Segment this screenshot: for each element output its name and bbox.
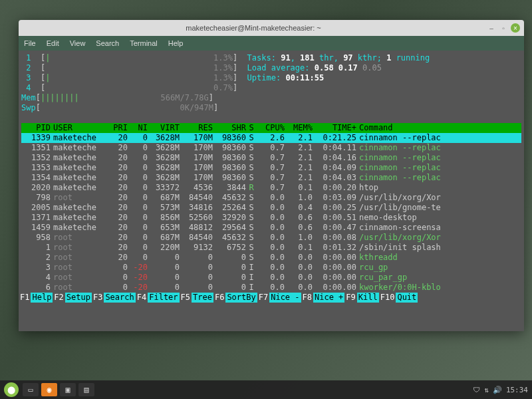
taskbar: ⬤ ▭ ◉ ▣ ▤ 🛡 ⇅ 🔊 15:34 (0, 380, 532, 399)
terminal-window: maketecheasier@Mint-maketecheasier: ~ – … (19, 20, 524, 331)
process-row[interactable]: 1root200220M91326752S0.00.10:01.32/sbin/… (21, 243, 521, 253)
process-row[interactable]: 1352maketeche2003628M170M98360S0.72.10:0… (21, 153, 521, 163)
cpu-meter-4: 4 [ 0.7%] (21, 83, 521, 93)
fkey-F10-label[interactable]: Quit (396, 293, 418, 303)
process-row[interactable]: 1459maketeche200653M4881229564S0.00.60:0… (21, 223, 521, 233)
menu-help[interactable]: Help (168, 39, 184, 47)
process-row[interactable]: 4root0-20000I0.00.00:00.00rcu_par_gp (21, 273, 521, 283)
process-row[interactable]: 958root200687M8454045632S0.01.00:00.08/u… (21, 233, 521, 243)
fkey-F7-label[interactable]: Nice - (269, 293, 301, 303)
fkey-F7: F7 (257, 293, 269, 303)
swp-meter: Swp[ 0K/947M] (21, 103, 521, 113)
process-row[interactable]: 2root200000S0.00.00:00.00kthreadd (21, 253, 521, 263)
shield-icon[interactable]: 🛡 (473, 386, 480, 394)
process-row[interactable]: 6root0-20000I0.00.00:00.00kworker/0:0H-k… (21, 283, 521, 293)
fkey-F3: F3 (92, 293, 104, 303)
cpu-meter-2: 2 [ 1.3%] Load average: 0.58 0.17 0.05 (21, 63, 521, 73)
volume-icon[interactable]: 🔊 (493, 386, 502, 394)
mem-meter: Mem[|||||||| 566M/7.78G] (21, 93, 521, 103)
start-menu-button[interactable]: ⬤ (4, 382, 19, 397)
fkey-F2-label[interactable]: Setup (65, 293, 92, 303)
process-row[interactable]: 1351maketeche2003628M170M98360S0.72.10:0… (21, 143, 521, 153)
terminal-content[interactable]: 1 [| 1.3%] Tasks: 91, 181 thr, 97 kthr; … (19, 51, 524, 331)
show-desktop-icon[interactable]: ▭ (23, 383, 39, 396)
menu-search[interactable]: Search (96, 39, 119, 47)
menu-terminal[interactable]: Terminal (130, 39, 158, 47)
fkey-F4: F4 (136, 293, 148, 303)
fkey-F6-label[interactable]: SortBy (225, 293, 257, 303)
fkey-F8-label[interactable]: Nice + (313, 293, 344, 303)
menu-view[interactable]: View (70, 39, 86, 47)
minimize-button[interactable]: – (487, 23, 496, 33)
fkey-F2: F2 (53, 293, 65, 303)
clock[interactable]: 15:34 (506, 386, 528, 394)
cpu-meter-1: 1 [| 1.3%] Tasks: 91, 181 thr, 97 kthr; … (21, 53, 521, 63)
cpu-meter-3: 3 [| 1.3%] Uptime: 00:11:55 (21, 73, 521, 83)
process-header[interactable]: PIDUSERPRINIVIRTRESSHRSCPU%MEM%TIME+Comm… (21, 123, 521, 133)
close-button[interactable]: × (511, 23, 520, 33)
system-tray: 🛡 ⇅ 🔊 15:34 (473, 386, 528, 394)
process-row[interactable]: 2020maketeche2003337245363844R0.70.10:00… (21, 183, 521, 193)
titlebar[interactable]: maketecheasier@Mint-maketecheasier: ~ – … (19, 20, 524, 36)
process-row[interactable]: 1354maketeche2003628M170M98360S0.72.10:0… (21, 173, 521, 183)
process-row[interactable]: 2005maketeche200573M3481625264S0.00.40:0… (21, 203, 521, 213)
fkey-F3-label[interactable]: Search (104, 293, 135, 303)
maximize-button[interactable]: ▫ (499, 23, 508, 33)
menu-edit[interactable]: Edit (47, 39, 59, 47)
fkey-F1: F1 (19, 293, 31, 303)
fkey-F8: F8 (301, 293, 313, 303)
fkey-F5-label[interactable]: Tree (192, 293, 213, 303)
firefox-icon[interactable]: ◉ (41, 383, 57, 396)
process-row[interactable]: 1371maketeche200856M5256032920S0.00.60:0… (21, 213, 521, 223)
fkey-F9: F9 (344, 293, 356, 303)
window-title: maketecheasier@Mint-maketecheasier: ~ (23, 24, 484, 32)
function-keys: F1HelpF2SetupF3SearchF4FilterF5TreeF6Sor… (19, 293, 524, 303)
menubar: FileEditViewSearchTerminalHelp (19, 36, 524, 51)
fkey-F10: F10 (379, 293, 396, 303)
mint-logo-icon: ⬤ (7, 386, 15, 394)
fkey-F9-label[interactable]: Kill (357, 293, 379, 303)
process-row[interactable]: 1339maketeche2003628M170M98360S2.62.10:2… (21, 133, 521, 143)
process-row[interactable]: 798root200687M8454045632S0.01.00:03.09/u… (21, 193, 521, 203)
process-row[interactable]: 3root0-20000I0.00.00:00.00rcu_gp (21, 263, 521, 273)
fkey-F6: F6 (213, 293, 225, 303)
menu-file[interactable]: File (24, 39, 36, 47)
fkey-F1-label[interactable]: Help (31, 293, 53, 303)
terminal-icon[interactable]: ▣ (60, 383, 76, 396)
process-row[interactable]: 1353maketeche2003628M170M98360S0.72.10:0… (21, 163, 521, 173)
network-icon[interactable]: ⇅ (484, 386, 489, 394)
fkey-F4-label[interactable]: Filter (148, 293, 179, 303)
files-icon[interactable]: ▤ (78, 383, 94, 396)
fkey-F5: F5 (180, 293, 192, 303)
